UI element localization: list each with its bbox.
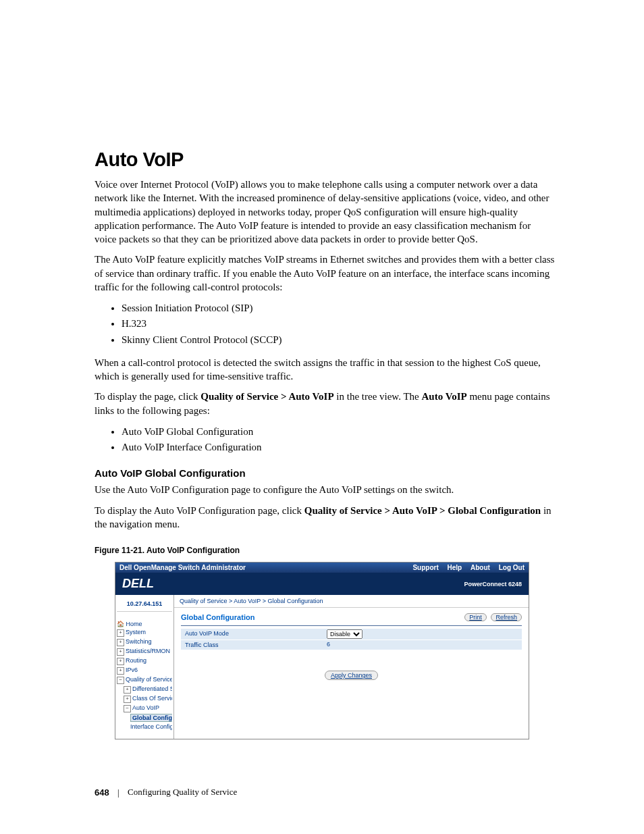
form-row-traffic-class: Traffic Class 6: [181, 640, 522, 650]
traffic-class-label: Traffic Class: [181, 640, 324, 650]
sidebar: 10.27.64.151 🏠 Home +System +Switching +…: [115, 595, 174, 739]
expand-icon[interactable]: +: [117, 658, 124, 665]
app-title: Dell OpenManage Switch Administrator: [119, 564, 246, 571]
about-link[interactable]: About: [471, 564, 490, 571]
list-item: Auto VoIP Global Configuration: [122, 424, 555, 440]
paragraph: To display the Auto VoIP Configuration p…: [95, 504, 555, 531]
content-area: Quality of Service > Auto VoIP > Global …: [174, 595, 529, 739]
page-title: Auto VoIP: [95, 149, 555, 171]
titlebar: Dell OpenManage Switch Administrator Sup…: [115, 563, 529, 573]
tree-interface-config[interactable]: Interface Configura: [117, 723, 172, 731]
section-heading: Auto VoIP Global Configuration: [95, 467, 555, 479]
refresh-button[interactable]: Refresh: [491, 613, 522, 621]
collapse-icon[interactable]: −: [117, 677, 124, 684]
tree-global-config[interactable]: Global Configuratio: [117, 713, 172, 723]
expand-icon[interactable]: +: [124, 696, 131, 703]
tree-ipv6[interactable]: +IPv6: [117, 666, 172, 675]
list-item: Skinny Client Control Protocol (SCCP): [122, 332, 555, 348]
pages-list: Auto VoIP Global Configuration Auto VoIP…: [95, 424, 555, 456]
page-number: 648: [95, 787, 109, 798]
collapse-icon[interactable]: −: [124, 705, 131, 712]
paragraph: When a call-control protocol is detected…: [95, 356, 555, 384]
tree-switching[interactable]: +Switching: [117, 637, 172, 647]
tree-home[interactable]: 🏠 Home: [117, 620, 172, 628]
list-item: H.323: [122, 316, 555, 332]
support-link[interactable]: Support: [412, 564, 438, 571]
traffic-class-value: 6: [324, 640, 333, 650]
tree-auto-voip[interactable]: −Auto VoIP: [117, 704, 172, 713]
list-item: Auto VoIP Interface Configuration: [122, 440, 555, 455]
breadcrumb: Quality of Service > Auto VoIP > Global …: [174, 595, 529, 608]
apply-changes-button[interactable]: Apply Changes: [325, 671, 378, 680]
panel-title: Global Configuration: [181, 613, 254, 621]
brand-row: DELL PowerConnect 6248: [115, 573, 529, 595]
expand-icon[interactable]: +: [117, 648, 124, 656]
protocol-list: Session Initiation Protocol (SIP) H.323 …: [95, 301, 555, 348]
expand-icon[interactable]: +: [117, 629, 124, 637]
figure-caption: Figure 11-21. Auto VoIP Configuration: [95, 546, 555, 555]
logout-link[interactable]: Log Out: [499, 564, 525, 571]
page-footer: 648 | Configuring Quality of Service: [95, 787, 555, 798]
dell-logo: DELL: [122, 577, 154, 591]
form-row-mode: Auto VoIP Mode Disable: [181, 629, 522, 640]
help-link[interactable]: Help: [448, 564, 462, 571]
tree-qos[interactable]: −Quality of Service: [117, 675, 172, 685]
footer-section: Configuring Quality of Service: [128, 787, 237, 798]
tree-system[interactable]: +System: [117, 628, 172, 637]
tree-routing[interactable]: +Routing: [117, 656, 172, 666]
tree-cos[interactable]: +Class Of Service: [117, 694, 172, 704]
paragraph: The Auto VoIP feature explicitly matches…: [95, 253, 555, 294]
mode-select[interactable]: Disable: [327, 629, 363, 639]
ip-address: 10.27.64.151: [117, 598, 172, 612]
tree-diff-services[interactable]: +Differentiated Services: [117, 685, 172, 694]
print-button[interactable]: Print: [464, 613, 487, 621]
paragraph: To display the page, click Quality of Se…: [95, 390, 555, 417]
expand-icon[interactable]: +: [124, 686, 131, 694]
paragraph: Use the Auto VoIP Configuration page to …: [95, 483, 555, 496]
list-item: Session Initiation Protocol (SIP): [122, 301, 555, 316]
paragraph: Voice over Internet Protocol (VoIP) allo…: [95, 178, 555, 246]
model-label: PowerConnect 6248: [464, 581, 522, 588]
expand-icon[interactable]: +: [117, 639, 124, 646]
expand-icon[interactable]: +: [117, 667, 124, 675]
mode-label: Auto VoIP Mode: [181, 629, 324, 640]
tree-stats[interactable]: +Statistics/RMON: [117, 647, 172, 656]
app-screenshot: Dell OpenManage Switch Administrator Sup…: [115, 562, 529, 739]
